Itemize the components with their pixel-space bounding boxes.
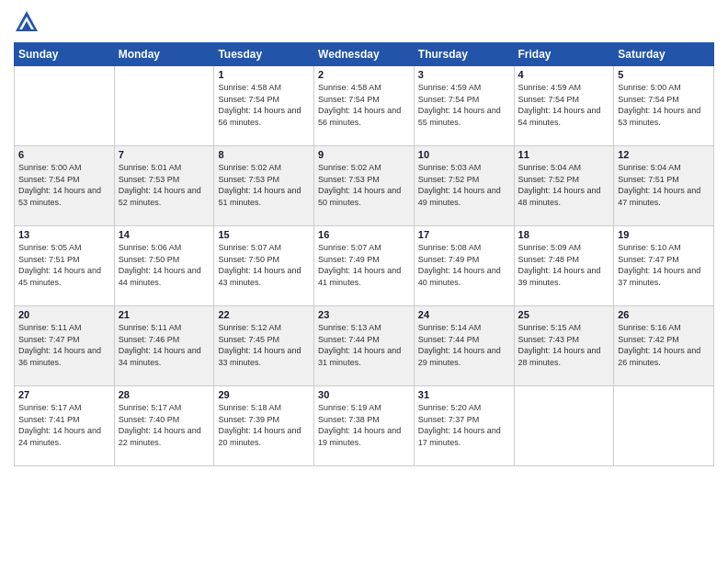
day-info: Sunrise: 5:13 AM Sunset: 7:44 PM Dayligh…	[318, 322, 410, 368]
calendar-cell: 24Sunrise: 5:14 AM Sunset: 7:44 PM Dayli…	[414, 306, 514, 386]
day-info: Sunrise: 5:15 AM Sunset: 7:43 PM Dayligh…	[518, 322, 610, 368]
page: SundayMondayTuesdayWednesdayThursdayFrid…	[0, 0, 728, 563]
day-number: 7	[119, 149, 210, 160]
day-number: 12	[618, 149, 710, 160]
day-info: Sunrise: 4:59 AM Sunset: 7:54 PM Dayligh…	[518, 82, 610, 128]
calendar-table: SundayMondayTuesdayWednesdayThursdayFrid…	[14, 42, 714, 466]
calendar-cell: 16Sunrise: 5:07 AM Sunset: 7:49 PM Dayli…	[314, 226, 415, 306]
calendar-cell: 10Sunrise: 5:03 AM Sunset: 7:52 PM Dayli…	[414, 146, 514, 226]
day-number: 11	[518, 149, 610, 160]
day-info: Sunrise: 5:20 AM Sunset: 7:37 PM Dayligh…	[418, 402, 510, 448]
calendar-week-row: 27Sunrise: 5:17 AM Sunset: 7:41 PM Dayli…	[15, 386, 714, 466]
day-number: 6	[18, 149, 110, 160]
day-number: 24	[418, 309, 510, 320]
weekday-header-row: SundayMondayTuesdayWednesdayThursdayFrid…	[15, 43, 714, 66]
weekday-header-tuesday: Tuesday	[214, 43, 314, 66]
day-info: Sunrise: 5:08 AM Sunset: 7:49 PM Dayligh…	[418, 242, 510, 288]
day-info: Sunrise: 5:02 AM Sunset: 7:53 PM Dayligh…	[318, 162, 410, 208]
calendar-cell	[614, 386, 714, 466]
day-info: Sunrise: 4:59 AM Sunset: 7:54 PM Dayligh…	[418, 82, 510, 128]
day-info: Sunrise: 4:58 AM Sunset: 7:54 PM Dayligh…	[218, 82, 310, 128]
weekday-header-saturday: Saturday	[614, 43, 714, 66]
day-number: 5	[618, 69, 710, 80]
day-info: Sunrise: 5:16 AM Sunset: 7:42 PM Dayligh…	[618, 322, 710, 368]
calendar-cell: 3Sunrise: 4:59 AM Sunset: 7:54 PM Daylig…	[414, 66, 514, 146]
day-info: Sunrise: 5:04 AM Sunset: 7:52 PM Dayligh…	[518, 162, 610, 208]
calendar-cell: 6Sunrise: 5:00 AM Sunset: 7:54 PM Daylig…	[15, 146, 115, 226]
calendar-cell: 15Sunrise: 5:07 AM Sunset: 7:50 PM Dayli…	[214, 226, 314, 306]
day-info: Sunrise: 5:11 AM Sunset: 7:47 PM Dayligh…	[18, 322, 110, 368]
weekday-header-wednesday: Wednesday	[314, 43, 415, 66]
day-number: 31	[418, 389, 510, 400]
day-number: 25	[518, 309, 610, 320]
day-info: Sunrise: 5:07 AM Sunset: 7:50 PM Dayligh…	[218, 242, 310, 288]
day-info: Sunrise: 5:02 AM Sunset: 7:53 PM Dayligh…	[218, 162, 310, 208]
day-info: Sunrise: 5:17 AM Sunset: 7:40 PM Dayligh…	[119, 402, 210, 448]
day-info: Sunrise: 4:58 AM Sunset: 7:54 PM Dayligh…	[318, 82, 410, 128]
weekday-header-thursday: Thursday	[414, 43, 514, 66]
calendar-cell	[114, 66, 214, 146]
calendar-header: SundayMondayTuesdayWednesdayThursdayFrid…	[15, 43, 714, 66]
calendar-cell: 5Sunrise: 5:00 AM Sunset: 7:54 PM Daylig…	[614, 66, 714, 146]
day-number: 10	[418, 149, 510, 160]
day-number: 8	[218, 149, 310, 160]
weekday-header-monday: Monday	[114, 43, 214, 66]
calendar-cell: 21Sunrise: 5:11 AM Sunset: 7:46 PM Dayli…	[114, 306, 214, 386]
logo-icon	[14, 9, 40, 35]
calendar-cell	[15, 66, 115, 146]
day-number: 23	[318, 309, 410, 320]
calendar-cell: 13Sunrise: 5:05 AM Sunset: 7:51 PM Dayli…	[15, 226, 115, 306]
day-info: Sunrise: 5:04 AM Sunset: 7:51 PM Dayligh…	[618, 162, 710, 208]
calendar-week-row: 1Sunrise: 4:58 AM Sunset: 7:54 PM Daylig…	[15, 66, 714, 146]
calendar-cell: 12Sunrise: 5:04 AM Sunset: 7:51 PM Dayli…	[614, 146, 714, 226]
day-info: Sunrise: 5:10 AM Sunset: 7:47 PM Dayligh…	[618, 242, 710, 288]
day-info: Sunrise: 5:07 AM Sunset: 7:49 PM Dayligh…	[318, 242, 410, 288]
day-info: Sunrise: 5:14 AM Sunset: 7:44 PM Dayligh…	[418, 322, 510, 368]
day-number: 21	[119, 309, 210, 320]
calendar-cell: 18Sunrise: 5:09 AM Sunset: 7:48 PM Dayli…	[514, 226, 614, 306]
day-number: 14	[119, 229, 210, 240]
day-info: Sunrise: 5:11 AM Sunset: 7:46 PM Dayligh…	[119, 322, 210, 368]
day-number: 18	[518, 229, 610, 240]
calendar-cell: 9Sunrise: 5:02 AM Sunset: 7:53 PM Daylig…	[314, 146, 415, 226]
day-info: Sunrise: 5:00 AM Sunset: 7:54 PM Dayligh…	[18, 162, 110, 208]
day-number: 16	[318, 229, 410, 240]
day-info: Sunrise: 5:01 AM Sunset: 7:53 PM Dayligh…	[119, 162, 210, 208]
day-number: 30	[318, 389, 410, 400]
day-info: Sunrise: 5:19 AM Sunset: 7:38 PM Dayligh…	[318, 402, 410, 448]
weekday-header-friday: Friday	[514, 43, 614, 66]
day-number: 4	[518, 69, 610, 80]
calendar-cell: 20Sunrise: 5:11 AM Sunset: 7:47 PM Dayli…	[15, 306, 115, 386]
calendar-cell: 22Sunrise: 5:12 AM Sunset: 7:45 PM Dayli…	[214, 306, 314, 386]
calendar-week-row: 13Sunrise: 5:05 AM Sunset: 7:51 PM Dayli…	[15, 226, 714, 306]
day-number: 13	[18, 229, 110, 240]
day-number: 15	[218, 229, 310, 240]
calendar-body: 1Sunrise: 4:58 AM Sunset: 7:54 PM Daylig…	[15, 66, 714, 466]
day-number: 20	[18, 309, 110, 320]
calendar-week-row: 6Sunrise: 5:00 AM Sunset: 7:54 PM Daylig…	[15, 146, 714, 226]
day-number: 28	[119, 389, 210, 400]
calendar-cell: 31Sunrise: 5:20 AM Sunset: 7:37 PM Dayli…	[414, 386, 514, 466]
day-info: Sunrise: 5:17 AM Sunset: 7:41 PM Dayligh…	[18, 402, 110, 448]
weekday-header-sunday: Sunday	[15, 43, 115, 66]
calendar-cell: 8Sunrise: 5:02 AM Sunset: 7:53 PM Daylig…	[214, 146, 314, 226]
day-info: Sunrise: 5:09 AM Sunset: 7:48 PM Dayligh…	[518, 242, 610, 288]
calendar-cell: 14Sunrise: 5:06 AM Sunset: 7:50 PM Dayli…	[114, 226, 214, 306]
calendar-cell: 17Sunrise: 5:08 AM Sunset: 7:49 PM Dayli…	[414, 226, 514, 306]
calendar-cell: 23Sunrise: 5:13 AM Sunset: 7:44 PM Dayli…	[314, 306, 415, 386]
day-number: 9	[318, 149, 410, 160]
day-number: 22	[218, 309, 310, 320]
calendar-cell: 25Sunrise: 5:15 AM Sunset: 7:43 PM Dayli…	[514, 306, 614, 386]
calendar-cell: 11Sunrise: 5:04 AM Sunset: 7:52 PM Dayli…	[514, 146, 614, 226]
calendar-cell: 1Sunrise: 4:58 AM Sunset: 7:54 PM Daylig…	[214, 66, 314, 146]
day-info: Sunrise: 5:03 AM Sunset: 7:52 PM Dayligh…	[418, 162, 510, 208]
calendar-cell: 19Sunrise: 5:10 AM Sunset: 7:47 PM Dayli…	[614, 226, 714, 306]
day-info: Sunrise: 5:12 AM Sunset: 7:45 PM Dayligh…	[218, 322, 310, 368]
day-number: 3	[418, 69, 510, 80]
calendar-week-row: 20Sunrise: 5:11 AM Sunset: 7:47 PM Dayli…	[15, 306, 714, 386]
day-info: Sunrise: 5:00 AM Sunset: 7:54 PM Dayligh…	[618, 82, 710, 128]
day-number: 17	[418, 229, 510, 240]
day-info: Sunrise: 5:18 AM Sunset: 7:39 PM Dayligh…	[218, 402, 310, 448]
calendar-cell	[514, 386, 614, 466]
day-number: 29	[218, 389, 310, 400]
